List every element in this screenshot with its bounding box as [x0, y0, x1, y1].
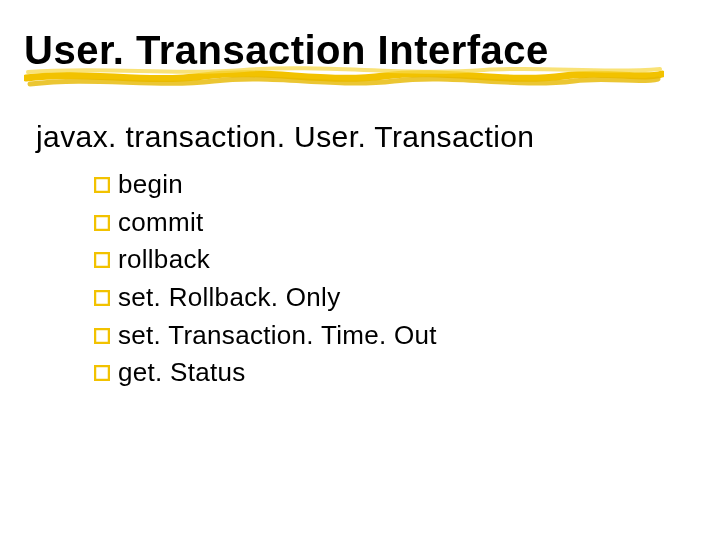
svg-rect-3: [95, 291, 109, 305]
list-item: get. Status: [94, 354, 696, 392]
list-item-label: get. Status: [118, 354, 246, 392]
svg-rect-5: [95, 366, 109, 380]
svg-rect-2: [95, 253, 109, 267]
square-bullet-icon: [94, 365, 110, 381]
svg-rect-1: [95, 216, 109, 230]
square-bullet-icon: [94, 252, 110, 268]
bullet-list: begin commit rollback s: [94, 166, 696, 392]
list-item: rollback: [94, 241, 696, 279]
list-item: begin: [94, 166, 696, 204]
list-item-label: commit: [118, 204, 204, 242]
square-bullet-icon: [94, 215, 110, 231]
list-item-label: rollback: [118, 241, 210, 279]
square-bullet-icon: [94, 328, 110, 344]
slide-title: User. Transaction Interface: [24, 28, 696, 86]
list-item: commit: [94, 204, 696, 242]
list-item: set. Rollback. Only: [94, 279, 696, 317]
subheading: javax. transaction. User. Transaction: [36, 120, 696, 154]
square-bullet-icon: [94, 290, 110, 306]
list-item-label: begin: [118, 166, 183, 204]
square-bullet-icon: [94, 177, 110, 193]
svg-rect-4: [95, 329, 109, 343]
slide: User. Transaction Interface javax. trans…: [0, 0, 720, 540]
list-item-label: set. Rollback. Only: [118, 279, 340, 317]
list-item: set. Transaction. Time. Out: [94, 317, 696, 355]
list-item-label: set. Transaction. Time. Out: [118, 317, 437, 355]
svg-rect-0: [95, 178, 109, 192]
title-block: User. Transaction Interface: [24, 28, 696, 86]
